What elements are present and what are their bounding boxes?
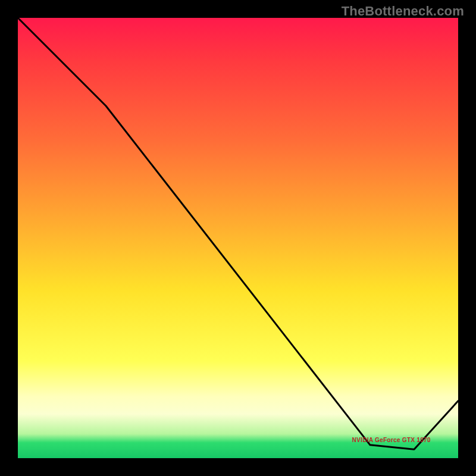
plot-area: NVIDIA GeForce GTX 1070 <box>15 15 461 461</box>
chart-wrapper: TheBottleneck.com NVIDIA GeForce GTX 107… <box>0 0 476 476</box>
watermark-text: TheBottleneck.com <box>342 4 464 19</box>
gradient-background <box>18 18 458 458</box>
series-label: NVIDIA GeForce GTX 1070 <box>352 437 431 443</box>
